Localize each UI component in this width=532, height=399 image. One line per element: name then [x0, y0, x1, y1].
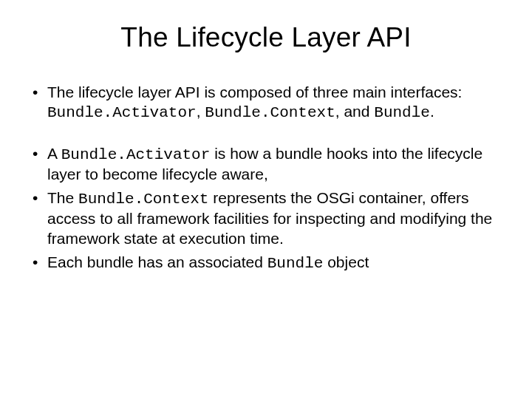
code-run: Bundle [267, 255, 324, 272]
text-run: . [430, 103, 434, 120]
bullet-item: Each bundle has an associated Bundle obj… [30, 253, 502, 273]
text-run: , and [335, 103, 375, 120]
spacer [30, 128, 502, 140]
bullet-list: The lifecycle layer API is composed of t… [30, 83, 502, 273]
text-run: A [47, 145, 61, 162]
bullet-item: The Bundle.Context represents the OSGi c… [30, 188, 502, 248]
bullet-item: The lifecycle layer API is composed of t… [30, 83, 502, 123]
slide: The Lifecycle Layer API The lifecycle la… [0, 0, 532, 399]
text-run: , [197, 103, 205, 120]
text-run: The [47, 189, 78, 206]
text-run: The lifecycle layer API is composed of t… [47, 83, 462, 100]
text-run: Each bundle has an associated [47, 253, 267, 270]
code-run: Bundle.Activator [47, 104, 197, 121]
slide-title: The Lifecycle Layer API [30, 22, 502, 53]
code-run: Bundle.Activator [61, 146, 211, 163]
code-run: Bundle [374, 104, 430, 121]
code-run: Bundle.Context [205, 104, 335, 121]
text-run: object [323, 253, 369, 270]
code-run: Bundle.Context [78, 191, 208, 208]
bullet-item: A Bundle.Activator is how a bundle hooks… [30, 144, 502, 185]
